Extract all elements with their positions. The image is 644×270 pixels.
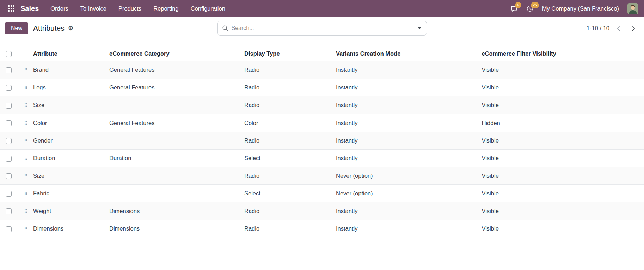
row-checkbox[interactable]: [6, 173, 12, 179]
table-row[interactable]: ⠿ Size Radio Never (option) Visible: [0, 167, 644, 184]
settings-gear-icon[interactable]: ⚙: [68, 25, 74, 31]
messages-button[interactable]: 6: [510, 5, 518, 12]
table-row[interactable]: ⠿ Brand General Features Radio Instantly…: [0, 61, 644, 79]
apps-menu-button[interactable]: [5, 2, 18, 15]
drag-handle-icon[interactable]: ⠿: [24, 209, 27, 214]
row-checkbox[interactable]: [6, 138, 12, 144]
attribute-cell[interactable]: Weight: [30, 202, 106, 220]
attribute-cell[interactable]: Color: [30, 114, 106, 132]
display-type-cell[interactable]: Select: [241, 185, 332, 202]
search-dropdown-toggle[interactable]: [417, 25, 422, 31]
filter-visibility-cell[interactable]: Visible: [478, 96, 644, 114]
filter-visibility-cell[interactable]: Visible: [478, 79, 644, 96]
column-header-display-type[interactable]: Display Type: [241, 46, 332, 61]
activities-button[interactable]: 25: [526, 5, 534, 12]
display-type-cell[interactable]: Radio: [241, 61, 332, 79]
drag-handle-icon[interactable]: ⠿: [24, 138, 27, 144]
drag-handle-icon[interactable]: ⠿: [24, 85, 27, 90]
user-avatar[interactable]: [627, 3, 638, 14]
table-row[interactable]: ⠿ Duration Duration Select Instantly Vis…: [0, 149, 644, 167]
table-row[interactable]: ⠿ Fabric Select Never (option) Visible: [0, 185, 644, 202]
table-row[interactable]: ⠿ Gender Radio Instantly Visible: [0, 132, 644, 149]
category-cell[interactable]: General Features: [106, 61, 241, 79]
filter-visibility-cell[interactable]: Visible: [478, 220, 644, 238]
row-checkbox[interactable]: [6, 120, 12, 126]
app-name[interactable]: Sales: [20, 5, 39, 13]
category-cell[interactable]: General Features: [106, 79, 241, 96]
menu-item-orders[interactable]: Orders: [44, 0, 74, 17]
filter-visibility-cell[interactable]: Visible: [478, 132, 644, 149]
attribute-cell[interactable]: Brand: [30, 61, 106, 79]
menu-item-reporting[interactable]: Reporting: [147, 0, 185, 17]
variants-mode-cell[interactable]: Instantly: [332, 220, 478, 238]
display-type-cell[interactable]: Radio: [241, 202, 332, 220]
drag-handle-icon[interactable]: ⠿: [24, 103, 27, 108]
display-type-cell[interactable]: Radio: [241, 132, 332, 149]
attribute-cell[interactable]: Size: [30, 96, 106, 114]
category-cell[interactable]: [106, 167, 241, 184]
display-type-cell[interactable]: Radio: [241, 167, 332, 184]
attribute-cell[interactable]: Fabric: [30, 185, 106, 202]
filter-visibility-cell[interactable]: Visible: [478, 149, 644, 167]
category-cell[interactable]: Dimensions: [106, 202, 241, 220]
menu-item-configuration[interactable]: Configuration: [185, 0, 231, 17]
search-input[interactable]: [232, 25, 413, 31]
filter-visibility-cell[interactable]: Visible: [478, 167, 644, 184]
drag-handle-icon[interactable]: ⠿: [24, 156, 27, 161]
drag-handle-icon[interactable]: ⠿: [24, 226, 27, 232]
category-cell[interactable]: [106, 96, 241, 114]
row-checkbox[interactable]: [6, 156, 12, 162]
variants-mode-cell[interactable]: Never (option): [332, 185, 478, 202]
category-cell[interactable]: General Features: [106, 114, 241, 132]
category-cell[interactable]: [106, 185, 241, 202]
row-checkbox[interactable]: [6, 103, 12, 109]
variants-mode-cell[interactable]: Instantly: [332, 61, 478, 79]
row-checkbox[interactable]: [6, 208, 12, 214]
table-row[interactable]: ⠿ Weight Dimensions Radio Instantly Visi…: [0, 202, 644, 220]
pager-next-button[interactable]: [628, 24, 639, 33]
filter-visibility-cell[interactable]: Visible: [478, 185, 644, 202]
column-header-attribute[interactable]: Attribute: [30, 46, 106, 61]
category-cell[interactable]: Duration: [106, 149, 241, 167]
variants-mode-cell[interactable]: Instantly: [332, 149, 478, 167]
attribute-cell[interactable]: Dimensions: [30, 220, 106, 238]
attribute-cell[interactable]: Legs: [30, 79, 106, 96]
column-header-variants-creation-mode[interactable]: Variants Creation Mode: [332, 46, 478, 61]
row-checkbox[interactable]: [6, 191, 12, 197]
attribute-cell[interactable]: Size: [30, 167, 106, 184]
drag-handle-icon[interactable]: ⠿: [24, 121, 27, 126]
variants-mode-cell[interactable]: Instantly: [332, 79, 478, 96]
category-cell[interactable]: [106, 132, 241, 149]
attribute-cell[interactable]: Gender: [30, 132, 106, 149]
row-checkbox[interactable]: [6, 67, 12, 73]
column-header-ecommerce-category[interactable]: eCommerce Category: [106, 46, 241, 61]
table-row[interactable]: ⠿ Color General Features Color Instantly…: [0, 114, 644, 132]
filter-visibility-cell[interactable]: Visible: [478, 61, 644, 79]
row-checkbox[interactable]: [6, 226, 12, 232]
attribute-cell[interactable]: Duration: [30, 149, 106, 167]
drag-handle-icon[interactable]: ⠿: [24, 68, 27, 73]
display-type-cell[interactable]: Select: [241, 149, 332, 167]
table-row[interactable]: ⠿ Legs General Features Radio Instantly …: [0, 79, 644, 96]
menu-item-to-invoice[interactable]: To Invoice: [74, 0, 112, 17]
category-cell[interactable]: Dimensions: [106, 220, 241, 238]
pager-previous-button[interactable]: [613, 24, 624, 33]
column-header-filter-visibility[interactable]: eCommerce Filter Visibility: [478, 46, 644, 61]
variants-mode-cell[interactable]: Instantly: [332, 132, 478, 149]
display-type-cell[interactable]: Radio: [241, 79, 332, 96]
filter-visibility-cell[interactable]: Hidden: [478, 114, 644, 132]
drag-handle-icon[interactable]: ⠿: [24, 174, 27, 179]
menu-item-products[interactable]: Products: [112, 0, 147, 17]
display-type-cell[interactable]: Radio: [241, 96, 332, 114]
variants-mode-cell[interactable]: Never (option): [332, 167, 478, 184]
drag-handle-icon[interactable]: ⠿: [24, 191, 27, 196]
company-name[interactable]: My Company (San Francisco): [542, 5, 619, 12]
select-all-checkbox[interactable]: [6, 51, 12, 57]
table-row[interactable]: ⠿ Size Radio Instantly Visible: [0, 96, 644, 114]
variants-mode-cell[interactable]: Instantly: [332, 96, 478, 114]
display-type-cell[interactable]: Color: [241, 114, 332, 132]
variants-mode-cell[interactable]: Instantly: [332, 114, 478, 132]
filter-visibility-cell[interactable]: Visible: [478, 202, 644, 220]
row-checkbox[interactable]: [6, 85, 12, 91]
new-button[interactable]: New: [5, 22, 28, 34]
